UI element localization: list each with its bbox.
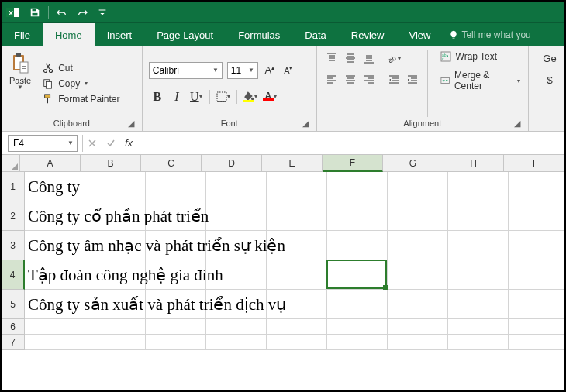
row-header-4[interactable]: 4: [2, 260, 25, 290]
tab-view[interactable]: View: [396, 23, 443, 46]
decrease-indent-button[interactable]: [385, 71, 402, 88]
font-dialog-launcher[interactable]: ◢: [301, 119, 310, 128]
undo-button[interactable]: [53, 4, 71, 21]
cell-C5[interactable]: [146, 290, 206, 319]
cell-E2[interactable]: [267, 201, 327, 231]
cell-F1[interactable]: [327, 172, 388, 201]
cell-A4[interactable]: [25, 260, 85, 290]
cell-E4[interactable]: [267, 260, 327, 290]
tab-formulas[interactable]: Formulas: [226, 23, 292, 46]
wrap-text-button[interactable]: abc Wrap Text: [439, 50, 522, 64]
cell-D3[interactable]: [206, 231, 267, 260]
cell-E1[interactable]: [267, 172, 327, 201]
cell-C6[interactable]: [146, 319, 206, 335]
orientation-button[interactable]: ab▾: [385, 50, 402, 67]
underline-button[interactable]: U▾: [188, 88, 205, 105]
cell-D7[interactable]: [206, 335, 267, 350]
align-left-button[interactable]: [323, 71, 340, 88]
tab-file[interactable]: File: [2, 23, 43, 46]
column-header-I[interactable]: I: [504, 155, 564, 172]
cell-D5[interactable]: [206, 290, 267, 319]
tab-data[interactable]: Data: [292, 23, 338, 46]
cell-I7[interactable]: [509, 335, 564, 350]
tab-insert[interactable]: Insert: [95, 23, 145, 46]
cancel-formula-button[interactable]: [83, 135, 102, 152]
cell-F4[interactable]: [327, 260, 388, 290]
column-header-H[interactable]: H: [443, 155, 504, 172]
row-header-5[interactable]: 5: [2, 290, 25, 319]
cell-G2[interactable]: [388, 201, 448, 231]
cell-D6[interactable]: [206, 319, 267, 335]
align-top-button[interactable]: [323, 50, 340, 67]
merge-center-button[interactable]: Merge & Center ▾: [439, 68, 522, 93]
cell-E3[interactable]: [267, 231, 327, 260]
format-painter-button[interactable]: Format Painter: [41, 93, 121, 105]
align-bottom-button[interactable]: [361, 50, 378, 67]
cell-C3[interactable]: [146, 231, 206, 260]
qat-customize-button[interactable]: [94, 4, 111, 21]
italic-button[interactable]: I: [168, 88, 185, 105]
column-header-A[interactable]: A: [20, 155, 81, 172]
font-name-select[interactable]: Calibri▼: [149, 62, 223, 79]
cell-B5[interactable]: [85, 290, 146, 319]
cell-G7[interactable]: [388, 335, 448, 350]
increase-indent-button[interactable]: [404, 71, 421, 88]
copy-button[interactable]: Copy ▾: [41, 77, 121, 90]
paste-button[interactable]: Paste ▼: [8, 50, 36, 117]
border-button[interactable]: ▾: [215, 88, 232, 105]
row-header-6[interactable]: 6: [2, 319, 25, 335]
tab-review[interactable]: Review: [339, 23, 397, 46]
cell-I5[interactable]: [509, 290, 564, 319]
cell-H5[interactable]: [448, 290, 509, 319]
column-header-E[interactable]: E: [262, 155, 323, 172]
fx-label[interactable]: fx: [125, 137, 133, 149]
cell-E6[interactable]: [267, 319, 327, 335]
cell-C2[interactable]: [146, 201, 206, 231]
cell-E5[interactable]: [267, 290, 327, 319]
cell-F7[interactable]: [327, 335, 388, 350]
row-header-1[interactable]: 1: [2, 172, 25, 201]
align-middle-button[interactable]: [342, 50, 359, 67]
cell-F5[interactable]: [327, 290, 388, 319]
align-center-button[interactable]: [342, 71, 359, 88]
cell-G6[interactable]: [388, 319, 448, 335]
row-header-7[interactable]: 7: [2, 335, 25, 350]
cell-B1[interactable]: [85, 172, 146, 201]
formula-input[interactable]: [137, 135, 564, 152]
cell-D4[interactable]: [206, 260, 267, 290]
number-format-select[interactable]: Ge: [541, 50, 558, 67]
cell-A7[interactable]: [25, 335, 85, 350]
cell-H6[interactable]: [448, 319, 509, 335]
row-header-3[interactable]: 3: [2, 231, 25, 260]
cell-B6[interactable]: [85, 319, 146, 335]
row-header-2[interactable]: 2: [2, 201, 25, 231]
cell-H1[interactable]: [448, 172, 509, 201]
cut-button[interactable]: Cut: [41, 62, 121, 74]
column-header-C[interactable]: C: [141, 155, 202, 172]
tab-page-layout[interactable]: Page Layout: [144, 23, 226, 46]
cell-H3[interactable]: [448, 231, 509, 260]
decrease-font-button[interactable]: A▾: [281, 62, 295, 79]
cell-C4[interactable]: [146, 260, 206, 290]
cell-C7[interactable]: [146, 335, 206, 350]
cell-C1[interactable]: [146, 172, 206, 201]
cell-I4[interactable]: [509, 260, 564, 290]
cell-H7[interactable]: [448, 335, 509, 350]
cell-H4[interactable]: [448, 260, 509, 290]
enter-formula-button[interactable]: [102, 135, 120, 152]
cell-F6[interactable]: [327, 319, 388, 335]
cell-B7[interactable]: [85, 335, 146, 350]
column-header-F[interactable]: F: [323, 155, 383, 172]
cell-I3[interactable]: [509, 231, 564, 260]
cell-G5[interactable]: [388, 290, 448, 319]
tab-home[interactable]: Home: [43, 23, 95, 46]
cell-B2[interactable]: [85, 201, 146, 231]
clipboard-dialog-launcher[interactable]: ◢: [126, 119, 136, 128]
cell-B4[interactable]: [85, 260, 146, 290]
cell-I1[interactable]: [509, 172, 564, 201]
cell-A6[interactable]: [25, 319, 85, 335]
tell-me[interactable]: Tell me what you: [449, 23, 530, 46]
align-right-button[interactable]: [361, 71, 378, 88]
cell-E7[interactable]: [267, 335, 327, 350]
save-button[interactable]: [26, 4, 43, 21]
